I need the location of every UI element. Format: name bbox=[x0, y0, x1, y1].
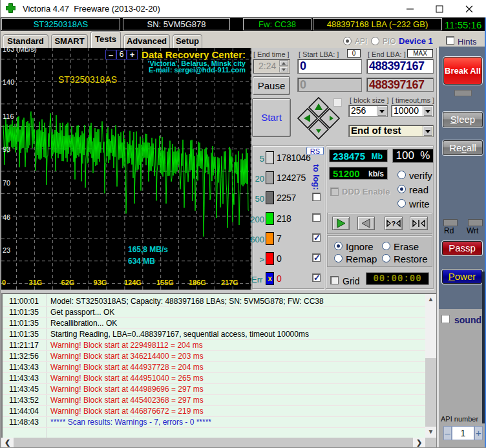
svg-text:?: ? bbox=[392, 220, 396, 228]
